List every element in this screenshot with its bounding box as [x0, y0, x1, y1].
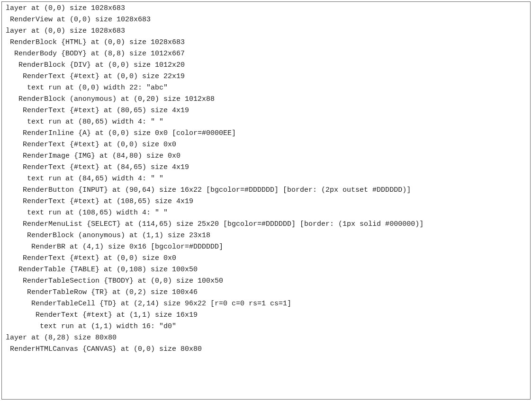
render-line: text run at (80,65) width 4: " "	[6, 116, 526, 128]
render-line: RenderTableSection {TBODY} at (0,0) size…	[6, 276, 526, 287]
render-line: layer at (8,28) size 80x80	[6, 332, 526, 344]
render-line: RenderText {#text} at (0,0) size 0x0	[6, 139, 526, 151]
render-line: RenderText {#text} at (0,0) size 22x19	[6, 71, 526, 82]
render-line: RenderTableCell {TD} at (2,14) size 96x2…	[6, 298, 526, 310]
render-line: RenderButton {INPUT} at (90,64) size 16x…	[6, 185, 526, 196]
render-line: RenderBlock {HTML} at (0,0) size 1028x68…	[6, 37, 526, 48]
render-line: RenderImage {IMG} at (84,80) size 0x0	[6, 151, 526, 162]
render-line: RenderTable {TABLE} at (0,108) size 100x…	[6, 264, 526, 276]
render-line: RenderBlock (anonymous) at (0,20) size 1…	[6, 94, 526, 105]
render-line: RenderText {#text} at (108,65) size 4x19	[6, 196, 526, 207]
render-line: RenderText {#text} at (80,65) size 4x19	[6, 105, 526, 116]
render-line: RenderMenuList {SELECT} at (114,65) size…	[6, 219, 526, 230]
render-line: RenderView at (0,0) size 1028x683	[6, 14, 526, 26]
render-line: text run at (1,1) width 16: "d0"	[6, 321, 526, 332]
render-line: RenderHTMLCanvas {CANVAS} at (0,0) size …	[6, 344, 526, 355]
render-line: RenderBody {BODY} at (8,8) size 1012x667	[6, 48, 526, 60]
render-line: RenderTableRow {TR} at (0,2) size 100x46	[6, 287, 526, 298]
render-line: RenderBR at (4,1) size 0x16 [bgcolor=#DD…	[6, 241, 526, 253]
render-line: RenderBlock (anonymous) at (1,1) size 23…	[6, 230, 526, 241]
render-line: text run at (84,65) width 4: " "	[6, 173, 526, 185]
render-line: RenderText {#text} at (0,0) size 0x0	[6, 253, 526, 264]
render-line: RenderInline {A} at (0,0) size 0x0 [colo…	[6, 128, 526, 139]
render-tree-dump: layer at (0,0) size 1028x683 RenderView …	[1, 1, 531, 400]
render-line: RenderText {#text} at (1,1) size 16x19	[6, 310, 526, 321]
render-line: RenderText {#text} at (84,65) size 4x19	[6, 162, 526, 173]
render-line: layer at (0,0) size 1028x683	[6, 3, 526, 14]
render-line: text run at (0,0) width 22: "abc"	[6, 82, 526, 94]
render-line: layer at (0,0) size 1028x683	[6, 26, 526, 37]
render-line: RenderBlock {DIV} at (0,0) size 1012x20	[6, 60, 526, 71]
render-line: text run at (108,65) width 4: " "	[6, 207, 526, 219]
